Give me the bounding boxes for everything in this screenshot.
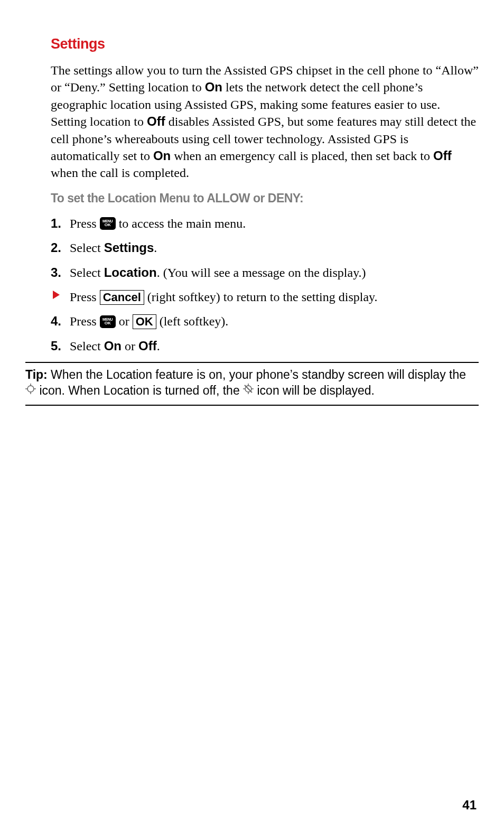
intro-paragraph: The settings allow you to turn the Assis…	[51, 62, 479, 182]
settings-label: Settings	[104, 240, 154, 255]
page-number: 41	[462, 798, 477, 813]
off-label: Off	[433, 148, 452, 163]
para-text: when an emergency call is placed, then s…	[171, 149, 433, 163]
step-item: 2. Select Settings.	[51, 239, 479, 256]
tip-text: icon. When Location is turned off, the	[36, 384, 243, 397]
section-heading: Settings	[51, 36, 479, 52]
tip-callout: Tip: When the Location feature is on, yo…	[25, 362, 479, 406]
step-text: Select	[70, 241, 104, 255]
off-label: Off	[147, 114, 165, 128]
step-text: Select	[70, 339, 104, 353]
location-off-icon	[243, 382, 254, 398]
step-number: 3.	[51, 264, 61, 281]
step-text: Press	[70, 217, 100, 230]
tip-text: When the Location feature is on, your ph…	[48, 368, 466, 381]
step-number: 5.	[51, 338, 61, 354]
step-text: or	[116, 314, 133, 328]
step-item: 1. Press MENUOK to access the main menu.	[51, 215, 479, 232]
svg-line-10	[245, 385, 252, 393]
step-bullet: Press Cancel (right softkey) to return t…	[51, 288, 479, 305]
svg-point-0	[27, 386, 34, 392]
step-text: (right softkey) to return to the setting…	[144, 290, 378, 304]
tip-label: Tip:	[25, 368, 48, 381]
step-text: (left softkey).	[156, 314, 229, 328]
step-item: 5. Select On or Off.	[51, 338, 479, 354]
cancel-softkey-box: Cancel	[100, 290, 144, 305]
para-text: when the call is completed.	[51, 166, 189, 180]
on-label: On	[153, 148, 171, 163]
step-item: 4. Press MENUOK or OK (left softkey).	[51, 313, 479, 330]
off-label: Off	[138, 339, 157, 353]
step-text: .	[157, 339, 160, 353]
on-label: On	[104, 339, 122, 353]
instruction-steps: 1. Press MENUOK to access the main menu.…	[51, 215, 479, 354]
step-text: or	[122, 339, 138, 353]
step-text: .	[154, 241, 157, 255]
step-text: . (You will see a message on the display…	[157, 266, 366, 279]
on-label: On	[205, 80, 222, 94]
step-item: 3. Select Location. (You will see a mess…	[51, 264, 479, 281]
tip-text: icon will be displayed.	[254, 384, 375, 397]
step-text: Select	[70, 266, 104, 279]
step-number: 4.	[51, 313, 61, 330]
triangle-bullet-icon	[53, 291, 60, 299]
location-on-icon	[25, 382, 36, 398]
step-number: 2.	[51, 239, 61, 256]
menu-ok-key-icon: MENUOK	[100, 217, 116, 230]
step-text: to access the main menu.	[116, 217, 246, 230]
ok-softkey-box: OK	[133, 314, 156, 329]
location-label: Location	[104, 265, 157, 279]
menu-ok-key-icon: MENUOK	[100, 315, 116, 328]
step-text: Press	[70, 290, 100, 304]
step-text: Press	[70, 314, 100, 328]
step-number: 1.	[51, 215, 61, 232]
instruction-subheading: To set the Location Menu to ALLOW or DEN…	[51, 191, 479, 206]
